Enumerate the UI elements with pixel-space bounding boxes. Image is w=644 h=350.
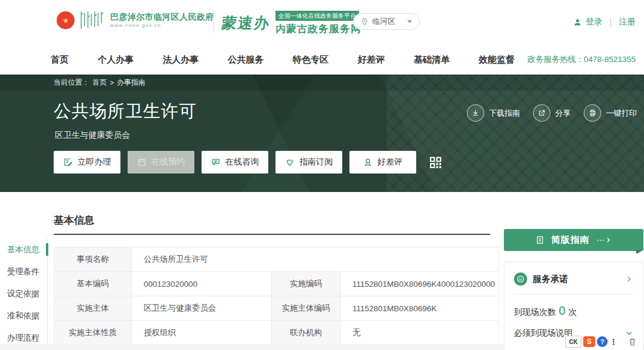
mongolian-script-icon [79,11,106,30]
breadcrumb-home[interactable]: 首页 [92,78,107,88]
header-divider [213,11,214,33]
guide-subscribe-button[interactable]: 指南订阅 [275,151,342,174]
service-hotline: 政务服务热线：0478-8521355 [527,54,636,65]
row-label: 实施主体性质 [54,321,132,345]
row-label: 事项名称 [54,247,132,271]
top-header: ★ 巴彦淖尔市临河区人民政府 www.linhe.gov.cn 蒙速办 全国一体… [0,0,644,45]
card-divider [514,294,633,295]
table-row: 基本编码 000123020000 实施编码 11152801MB0X80696… [54,272,499,296]
help-question-button[interactable]: ? [597,336,608,347]
side-nav-basic-info[interactable]: 基本信息 [0,239,47,261]
more-options-button[interactable]: ⋮ [609,336,618,347]
page: ★ 巴彦淖尔市临河区人民政府 www.linhe.gov.cn 蒙速办 全国一体… [0,0,644,350]
share-button[interactable]: 分享 [533,104,571,122]
rating-label: 好差评 [377,157,402,168]
nav-item-legal[interactable]: 法人办事 [163,54,199,66]
location-value: 临河区 [372,16,395,27]
platform-badge: 全国一体化在线政务服务平台 [275,11,359,21]
download-guide-button[interactable]: 下载指南 [467,104,520,122]
online-appointment-button[interactable]: 在线预约 [128,151,194,174]
hero-banner: 当前位置： 首页 > 办事指南 公共场所卫生许可 区卫生与健康委员会 下载指南 … [0,75,644,192]
breadcrumb-separator: > [110,79,114,87]
section-title: 基本信息 [54,213,94,227]
chevron-right-icon [605,236,612,244]
gov-site-name: 巴彦淖尔市临河区人民政府 [110,12,214,21]
login-link[interactable]: 登录 [586,17,602,27]
right-panel: 简版指南 ⋯ 服务承诺 到现场次数 0 次 必须到现场说明 [504,229,643,350]
nav-item-special-zone[interactable]: 特色专区 [293,54,329,66]
side-nav-standards[interactable]: 准和依据 [0,305,47,327]
online-appointment-label: 在线预约 [151,157,185,168]
chat-icon [211,157,221,167]
service-promise-label: 服务承诺 [532,274,620,285]
qr-code-button[interactable] [428,155,443,170]
print-icon [589,109,596,117]
location-selector[interactable]: 临河区 [353,13,420,30]
side-nav-acceptance[interactable]: 受理条件 [0,261,47,283]
user-icon [573,18,582,27]
guide-arrow-dots: ⋯ [597,236,605,244]
breadcrumb-current: 办事指南 [117,78,145,88]
print-label: 一键打印 [606,108,637,119]
caret-down-icon [407,20,412,23]
hero-action-buttons: 立即办理 在线预约 在线咨询 指南订阅 好差评 [54,151,443,174]
site-logo[interactable]: ★ 巴彦淖尔市临河区人民政府 www.linhe.gov.cn [57,11,214,30]
platform-logo: 全国一体化在线政务服务平台 内蒙古政务服务网 [275,11,361,36]
apply-now-button[interactable]: 立即办理 [54,151,120,174]
nav-item-personal[interactable]: 个人办事 [98,54,134,66]
platform-name: 内蒙古政务服务网 [275,22,361,36]
simple-guide-label: 简版指南 [552,234,590,246]
table-row: 实施主体性质 授权组织 联办机构 无 [54,321,499,345]
row-label: 实施编码 [272,272,340,296]
national-emblem-icon: ★ [57,11,75,29]
online-consult-label: 在线咨询 [225,157,259,168]
department-name: 区卫生与健康委员会 [55,130,130,141]
brand-script: 蒙速办 [221,13,272,33]
share-label: 分享 [555,108,571,119]
page-side-nav: 基本信息 受理条件 设定依据 准和依据 办理流程 [0,239,48,350]
row-label: 联办机构 [272,321,340,345]
row-value: 区卫生与健康委员会 [132,296,272,320]
service-promise-header[interactable]: 服务承诺 [514,262,633,286]
guide-subscribe-label: 指南订阅 [299,157,333,168]
page-title: 公共场所卫生许可 [54,100,197,123]
nav-item-review[interactable]: 好差评 [358,54,385,66]
onsite-explain-label: 必须到现场说明 [514,328,572,339]
trash-icon [628,337,637,346]
share-icon [538,109,546,117]
nav-item-supervision[interactable]: 效能监督 [479,54,515,66]
online-consult-button[interactable]: 在线咨询 [202,151,268,174]
gov-site-url: www.linhe.gov.cn [110,23,214,28]
breadcrumb: 当前位置： 首页 > 办事指南 [0,75,644,91]
calendar-icon [137,157,147,167]
section-underline [54,234,490,235]
onsite-visits-row: 到现场次数 0 次 [514,304,633,318]
table-row: 实施主体 区卫生与健康委员会 实施主体编码 11152801MB0X80696K [54,296,499,321]
download-guide-label: 下载指南 [489,108,520,119]
promise-badge-icon [514,272,527,286]
location-pin-icon [361,18,369,26]
browser-extension-toolbar: CK S ? ⋮ [565,336,637,348]
print-button[interactable]: 一键打印 [584,104,637,122]
rating-button[interactable]: 好差评 [349,151,416,174]
row-value: 11152801MB0X80696K [340,296,499,320]
main-nav: 首页 个人办事 法人办事 公共服务 特色专区 好差评 基础清单 效能监督 政务服… [0,45,644,75]
extension-s-button[interactable]: S [583,336,595,347]
side-nav-basis[interactable]: 设定依据 [0,283,47,305]
nav-item-basic-list[interactable]: 基础清单 [414,54,450,66]
apply-now-label: 立即办理 [78,157,111,168]
trash-button[interactable] [628,337,637,346]
row-value: 无 [340,321,499,345]
basic-info-table: 事项名称 公共场所卫生许可 基本编码 000123020000 实施编码 111… [54,247,499,345]
table-row: 事项名称 公共场所卫生许可 [54,247,499,272]
edit-icon [63,157,73,167]
row-label: 实施主体 [54,296,132,320]
nav-item-public-service[interactable]: 公共服务 [228,54,264,66]
register-link[interactable]: 注册 [619,17,636,27]
row-value: 授权组织 [132,321,272,345]
extension-ck-button[interactable]: CK [565,336,581,348]
visits-count: 0 [559,304,565,318]
nav-item-home[interactable]: 首页 [51,54,69,66]
qr-code-icon [428,155,443,170]
simple-guide-button[interactable]: 简版指南 ⋯ [504,229,643,251]
